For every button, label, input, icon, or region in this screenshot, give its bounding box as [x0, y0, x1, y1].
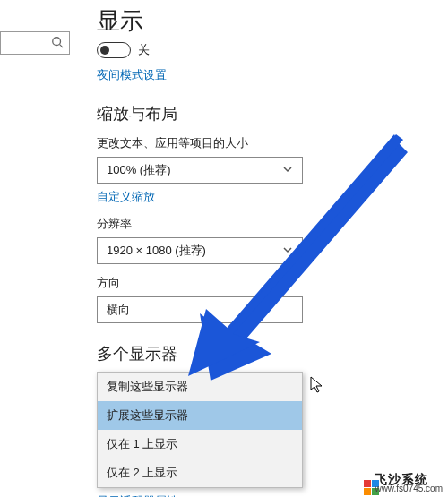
dropdown-option-extend[interactable]: 扩展这些显示器: [98, 401, 302, 430]
multi-display-dropdown[interactable]: 复制这些显示器 扩展这些显示器 仅在 1 上显示 仅在 2 上显示: [97, 372, 303, 488]
night-light-toggle[interactable]: [97, 42, 131, 58]
custom-scale-link[interactable]: 自定义缩放: [97, 190, 155, 203]
orientation-select[interactable]: 横向: [97, 296, 303, 323]
dropdown-option-duplicate[interactable]: 复制这些显示器: [98, 373, 302, 401]
night-light-toggle-row: 关: [97, 42, 448, 58]
text-size-select[interactable]: 100% (推荐): [97, 157, 303, 184]
night-mode-settings-link[interactable]: 夜间模式设置: [97, 68, 167, 81]
display-adapter-properties-link[interactable]: 显示适配器属性: [97, 493, 448, 497]
resolution-select[interactable]: 1920 × 1080 (推荐): [97, 237, 303, 264]
text-size-label: 更改文本、应用等项目的大小: [97, 135, 448, 151]
display-settings-panel: 显示 关 夜间模式设置 缩放与布局 更改文本、应用等项目的大小 100% (推荐…: [97, 0, 448, 497]
svg-line-1: [60, 44, 64, 47]
search-input[interactable]: [0, 31, 70, 55]
watermark-logo-icon: [364, 480, 371, 487]
toggle-state-label: 关: [138, 42, 150, 58]
section-header-multi-display: 多个显示器: [97, 343, 448, 364]
dropdown-option-only-2[interactable]: 仅在 2 上显示: [98, 458, 302, 487]
chevron-down-icon: [282, 244, 293, 258]
svg-point-0: [53, 37, 61, 45]
search-icon: [51, 36, 64, 51]
orientation-value: 横向: [107, 302, 130, 318]
watermark: 飞沙系统 www.fs0745.com: [364, 473, 443, 493]
section-header-scale: 缩放与布局: [97, 103, 448, 124]
resolution-value: 1920 × 1080 (推荐): [107, 243, 206, 259]
page-title: 显示: [97, 5, 448, 37]
watermark-url: www.fs0745.com: [375, 484, 443, 493]
resolution-label: 分辨率: [97, 216, 448, 232]
mouse-cursor-icon: [310, 376, 324, 397]
text-size-value: 100% (推荐): [107, 162, 171, 178]
chevron-down-icon: [282, 164, 293, 177]
orientation-label: 方向: [97, 275, 448, 291]
dropdown-option-only-1[interactable]: 仅在 1 上显示: [98, 430, 302, 458]
